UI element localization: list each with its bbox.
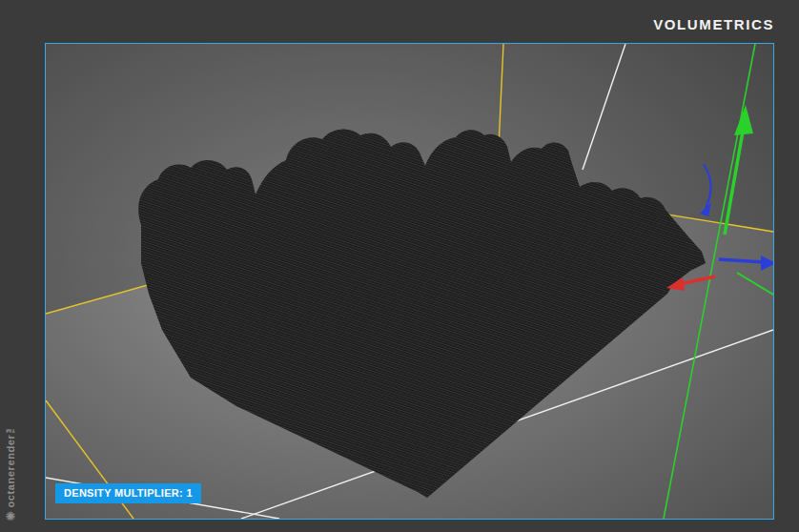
brand-name-text: octanerender xyxy=(5,434,16,507)
brand-tm: ™ xyxy=(5,422,16,435)
viewport-canvas xyxy=(46,44,773,519)
3d-viewport[interactable]: DENSITY MULTIPLIER: 1 xyxy=(45,43,774,520)
octane-logo-icon: ✺ xyxy=(6,510,16,522)
brand-name: octanerender™ xyxy=(5,422,16,508)
density-multiplier-badge: DENSITY MULTIPLIER: 1 xyxy=(55,483,201,503)
page-title: VOLUMETRICS xyxy=(653,16,774,32)
app-window: VOLUMETRICS octanerender™ ✺ xyxy=(0,0,799,532)
brand-watermark: octanerender™ ✺ xyxy=(5,422,16,523)
